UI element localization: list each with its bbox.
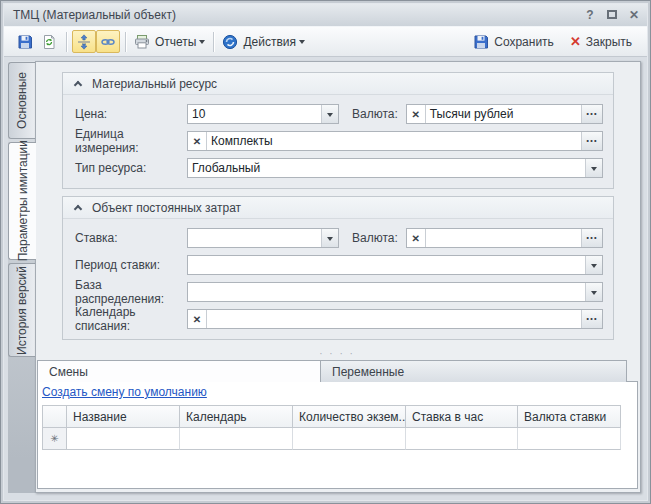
toolbar-separator [213,32,214,52]
side-tab-simulation-params[interactable]: Параметры имитации [8,142,36,260]
rate-currency-browse-button[interactable]: … [581,229,602,247]
split-arrows-icon [76,34,92,50]
tab-variables-label: Переменные [332,365,404,379]
material-resource-group-title: Материальный ресурс [92,77,217,91]
side-tab-basic-label: Основные [15,72,29,129]
split-view-toggle-button[interactable] [72,30,96,53]
currency-picker[interactable]: ✕ Тысячи рублей … [406,104,603,124]
refresh-document-button[interactable] [37,30,61,53]
cell-calendar[interactable] [180,428,293,450]
titlebar[interactable]: ТМЦ (Материальный объект) ? ✕ [4,4,647,26]
content-area: Основные Параметры имитации История верс… [4,57,647,500]
side-tab-history-label: История версий [15,266,29,355]
tmc-dialog-window: ТМЦ (Материальный объект) ? ✕ [0,0,651,504]
chevron-down-icon [299,40,305,47]
toolbar-right-group: Сохранить ✕ Закрыть [466,30,639,53]
maximize-button[interactable] [605,8,619,22]
cell-rate-currency[interactable] [518,428,621,450]
cell-name[interactable] [67,428,180,450]
actions-menu-button[interactable]: Действия [219,30,308,53]
chevron-down-icon [199,40,205,47]
rate-currency-picker[interactable]: ✕ … [406,228,603,248]
resource-type-value: Глобальный [188,159,585,177]
price-row: Цена: 10 Валюта: ✕ Тысячи рублей … [75,104,603,124]
help-button[interactable]: ? [583,8,597,22]
currency-browse-button[interactable]: … [581,105,602,123]
resource-type-dropdown-button[interactable] [585,159,602,177]
rate-label: Ставка: [75,231,187,245]
cell-instance-count[interactable] [293,428,406,450]
price-combo[interactable]: 10 [187,104,339,124]
link-toggle-button[interactable] [96,30,120,53]
toolbar-separator [125,32,126,52]
unit-label: Единица измерения: [75,127,187,155]
writeoff-calendar-browse-button[interactable]: … [581,310,602,328]
price-dropdown-button[interactable] [321,105,338,123]
column-header-instance-count[interactable]: Количество экзем... [293,406,406,428]
new-row[interactable]: ✳ [43,428,621,450]
cell-hourly-rate[interactable] [406,428,518,450]
reports-menu-button[interactable]: Отчеты [131,30,208,53]
rate-dropdown-button[interactable] [321,229,338,247]
reports-label: Отчеты [155,35,196,49]
tab-variables[interactable]: Переменные [321,360,627,382]
unit-picker[interactable]: ✕ Комплекты … [187,131,603,151]
refresh-document-icon [41,34,57,50]
tab-shifts[interactable]: Смены [37,360,321,382]
distribution-base-label: База распределения: [75,278,187,306]
window-controls: ? ✕ [583,8,641,22]
price-label: Цена: [75,107,187,121]
collapse-chevron-icon[interactable] [74,205,82,213]
currency-value: Тысячи рублей [426,105,581,123]
chain-link-icon [100,34,116,50]
column-header-name[interactable]: Название [67,406,180,428]
column-header-hourly-rate[interactable]: Ставка в час [406,406,518,428]
distribution-base-combo[interactable] [187,282,603,302]
maximize-icon [607,10,617,19]
column-header-calendar[interactable]: Календарь [180,406,293,428]
writeoff-calendar-value [207,310,581,328]
rate-period-combo[interactable] [187,255,603,275]
rate-period-label: Период ставки: [75,258,187,272]
side-tab-version-history[interactable]: История версий [8,263,35,357]
unit-browse-button[interactable]: … [581,132,602,150]
rate-combo[interactable] [187,228,339,248]
clear-icon[interactable]: ✕ [188,310,207,328]
column-header-rate-currency[interactable]: Валюта ставки [518,406,621,428]
clear-icon[interactable]: ✕ [407,229,426,247]
collapse-chevron-icon[interactable] [74,81,82,89]
rate-currency-label: Валюта: [352,231,398,245]
window-inner: ТМЦ (Материальный объект) ? ✕ [3,3,648,501]
unit-value: Комплекты [207,132,581,150]
create-default-shift-link[interactable]: Создать смену по умолчанию [42,385,207,399]
chevron-down-icon [327,113,333,120]
fixed-cost-group-header[interactable]: Объект постоянных затрат [63,197,613,219]
actions-label: Действия [243,35,296,49]
save-button[interactable] [13,30,37,53]
rate-period-dropdown-button[interactable] [585,256,602,274]
resource-type-combo[interactable]: Глобальный [187,158,603,178]
shifts-table: Название Календарь Количество экзем... С… [42,405,621,450]
toolbar-separator [66,32,67,52]
material-resource-group-header[interactable]: Материальный ресурс [63,73,613,95]
rate-currency-value [426,229,581,247]
close-window-button[interactable]: ✕ [627,8,641,22]
main-panel: Материальный ресурс Цена: 10 Валюта: ✕ [35,61,641,493]
clear-icon[interactable]: ✕ [407,105,426,123]
material-resource-group-body: Цена: 10 Валюта: ✕ Тысячи рублей … [63,95,613,188]
horizontal-splitter-handle[interactable]: · · · · [36,347,638,360]
side-tab-strip: Основные Параметры имитации История верс… [8,61,35,493]
rate-value [188,229,321,247]
side-tab-simulation-label: Параметры имитации [16,140,30,261]
side-tab-basic[interactable]: Основные [8,62,35,139]
writeoff-calendar-picker[interactable]: ✕ … [187,309,603,329]
save-commit-button[interactable]: Сохранить [466,30,561,53]
clear-icon[interactable]: ✕ [188,132,207,150]
toolbar: Отчеты Действия [4,26,647,57]
rate-period-row: Период ставки: [75,255,603,275]
price-value: 10 [188,105,321,123]
actions-icon [222,34,238,50]
distribution-base-dropdown-button[interactable] [585,283,602,301]
close-dialog-button[interactable]: ✕ Закрыть [563,30,639,53]
chevron-down-icon [327,237,333,244]
